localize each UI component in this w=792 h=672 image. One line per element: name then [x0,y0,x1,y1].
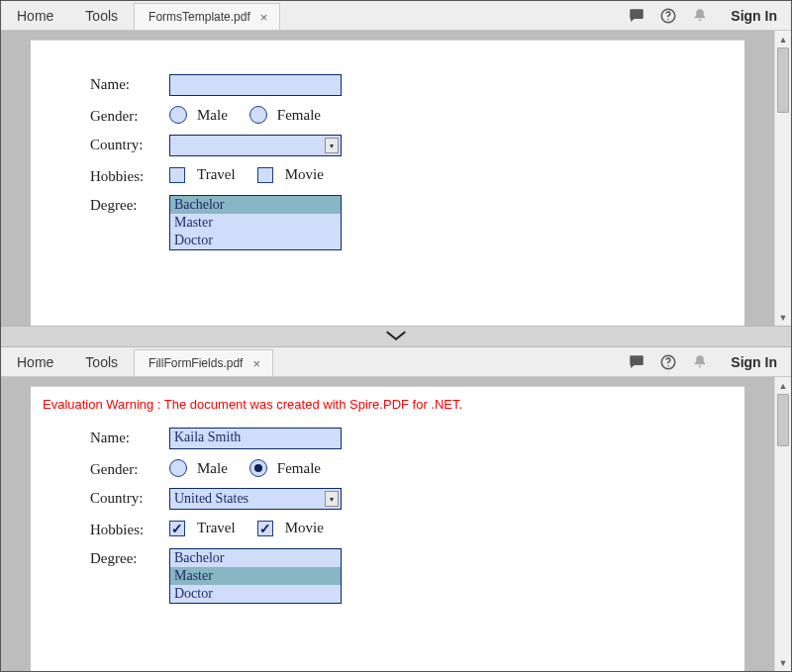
home-link[interactable]: Home [1,347,69,376]
label-hobbies: Hobbies: [90,520,169,538]
scroll-up-icon[interactable]: ▲ [775,377,791,394]
label-movie: Movie [285,520,324,536]
pdf-page: Name: Gender: Male Female [31,41,744,326]
viewer-pane-bottom: Home Tools FillFormFields.pdf × Sign In [1,347,791,671]
label-female: Female [277,460,321,477]
scroll-track[interactable] [775,48,791,309]
pane-divider[interactable] [1,326,791,347]
checkbox-movie[interactable] [257,167,273,183]
label-movie: Movie [285,166,324,183]
pdf-page: Evaluation Warning : The document was cr… [31,387,744,671]
list-item[interactable]: Master [170,567,341,585]
name-field[interactable] [169,74,342,96]
row-country: Country: ▾ [90,135,705,156]
list-item[interactable]: Bachelor [170,549,341,567]
toolbar: Home Tools FillFormFields.pdf × Sign In [1,347,791,377]
vertical-scrollbar[interactable]: ▲ ▼ [774,377,791,671]
row-country: Country: United States ▾ [90,488,705,510]
scroll-thumb[interactable] [777,394,789,446]
signin-link[interactable]: Sign In [723,354,777,370]
label-male: Male [197,107,228,124]
hobbies-group: Travel Movie [169,520,338,536]
label-name: Name: [90,428,169,446]
svg-point-3 [668,365,670,367]
close-icon[interactable]: × [250,356,262,371]
label-degree: Degree: [90,195,169,214]
bell-icon[interactable] [691,7,709,25]
scroll-up-icon[interactable]: ▲ [775,31,791,48]
help-icon[interactable] [659,353,677,371]
list-item[interactable]: Doctor [170,585,341,603]
gender-group: Male Female [169,106,335,124]
label-travel: Travel [197,520,236,536]
label-travel: Travel [197,166,236,183]
chevron-down-icon [383,329,409,345]
radio-female[interactable] [249,459,267,477]
tab-bar: FormsTemplate.pdf × [134,1,614,30]
gutter-right [744,31,774,326]
list-item[interactable]: Doctor [170,232,341,249]
label-male: Male [197,460,228,477]
tab-title: FormsTemplate.pdf [148,10,250,24]
radio-male[interactable] [169,459,187,477]
row-name: Name: [90,74,705,96]
page-wrap: Evaluation Warning : The document was cr… [31,377,744,671]
pdf-form: Name: Kaila Smith Gender: Male Female [90,428,705,604]
row-hobbies: Hobbies: Travel Movie [90,520,705,538]
country-select[interactable]: ▾ [169,135,342,156]
chat-icon[interactable] [628,353,645,371]
chat-icon[interactable] [628,7,645,25]
row-degree: Degree: Bachelor Master Doctor [90,195,705,250]
gutter-left [1,377,31,671]
radio-male[interactable] [169,106,187,124]
row-gender: Gender: Male Female [90,106,705,125]
tools-link[interactable]: Tools [69,1,134,30]
toolbar-right: Sign In [614,347,791,376]
tab-bar: FillFormFields.pdf × [134,347,614,376]
list-item[interactable]: Master [170,214,341,232]
row-degree: Degree: Bachelor Master Doctor [90,548,705,604]
label-country: Country: [90,488,169,507]
chevron-down-icon[interactable]: ▾ [325,491,339,507]
svg-point-1 [668,19,670,21]
scroll-down-icon[interactable]: ▼ [775,654,791,671]
viewer-pane-top: Home Tools FormsTemplate.pdf × Sign In [1,1,791,326]
document-tab[interactable]: FillFormFields.pdf × [134,349,273,376]
scroll-thumb[interactable] [777,48,789,113]
label-female: Female [277,107,321,124]
chevron-down-icon[interactable]: ▾ [325,138,339,153]
scroll-down-icon[interactable]: ▼ [775,309,791,326]
toolbar-right: Sign In [614,1,791,30]
label-country: Country: [90,135,169,153]
scroll-track[interactable] [775,394,791,654]
evaluation-warning: Evaluation Warning : The document was cr… [43,397,705,412]
checkbox-travel[interactable] [169,521,185,536]
label-hobbies: Hobbies: [90,166,169,185]
vertical-scrollbar[interactable]: ▲ ▼ [774,31,791,326]
home-link[interactable]: Home [1,1,69,30]
tab-title: FillFormFields.pdf [148,356,243,370]
bell-icon[interactable] [691,353,709,371]
document-viewport: Name: Gender: Male Female [1,31,791,326]
label-gender: Gender: [90,459,169,478]
tools-link[interactable]: Tools [69,347,134,376]
gender-group: Male Female [169,459,335,477]
checkbox-movie[interactable] [257,521,273,536]
degree-listbox[interactable]: Bachelor Master Doctor [169,548,342,604]
pdf-form: Name: Gender: Male Female [90,74,705,250]
label-gender: Gender: [90,106,169,125]
document-tab[interactable]: FormsTemplate.pdf × [134,3,280,30]
list-item[interactable]: Bachelor [170,196,341,214]
page-wrap: Name: Gender: Male Female [31,31,744,326]
degree-listbox[interactable]: Bachelor Master Doctor [169,195,342,250]
signin-link[interactable]: Sign In [723,8,777,24]
radio-female[interactable] [249,106,267,124]
label-degree: Degree: [90,548,169,567]
checkbox-travel[interactable] [169,167,185,183]
help-icon[interactable] [659,7,677,25]
row-gender: Gender: Male Female [90,459,705,478]
country-select[interactable]: United States ▾ [169,488,342,510]
name-field[interactable]: Kaila Smith [169,428,342,449]
close-icon[interactable]: × [258,10,270,25]
document-viewport: Evaluation Warning : The document was cr… [1,377,791,671]
